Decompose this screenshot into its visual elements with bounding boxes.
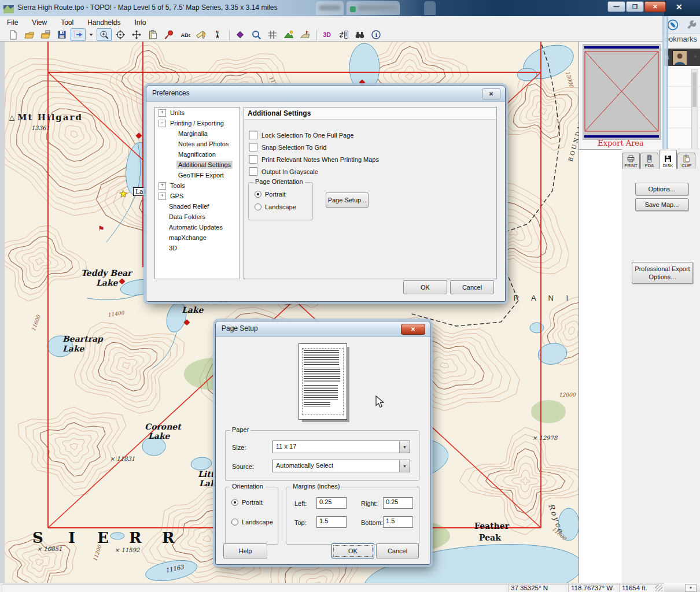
menu-tool[interactable]: Tool [54,17,80,28]
export-tab-clip[interactable]: CLIP [677,153,695,169]
tree-item-printing-exporting[interactable]: −Printing / Exporting [155,118,240,128]
tree-item-marginalia[interactable]: Marginalia [155,128,240,139]
close-button[interactable]: ✕ [644,1,666,12]
export-area-preview[interactable] [583,44,661,140]
checkbox-snap-selection-to-grid[interactable]: Snap Selection To Grid [249,143,326,151]
checkbox-lock-selection-to-one-full-page[interactable]: Lock Selection To One Full Page [249,131,353,139]
find-binoculars-button[interactable] [352,28,367,41]
tree-item-data-folders[interactable]: Data Folders [155,212,240,222]
tree-item-magnification[interactable]: Magnification [155,149,240,160]
north-arrow-button[interactable]: N [210,28,225,41]
wrench-icon[interactable] [686,19,697,31]
dropdown-arrow-icon[interactable]: ▼ [685,584,697,592]
combo-arrow-icon[interactable]: ▼ [399,441,410,453]
checkbox-icon[interactable] [249,167,257,176]
handheld-transfer-button[interactable] [336,28,351,41]
waypoint-flag[interactable]: ⚑ [98,224,105,233]
elevation-profile-button[interactable] [297,28,312,41]
help-button[interactable]: Help [223,543,267,558]
text-label-button[interactable]: ABc [178,28,193,41]
portrait-radio-icon[interactable] [231,499,238,506]
maximize-button[interactable]: ❐ [626,1,644,12]
page-setup-titlebar[interactable]: Page Setup ✕ [216,321,430,337]
professional-export-options-button[interactable]: Professional Export Options... [632,262,693,284]
recenter-target-button[interactable] [113,28,128,41]
selection-dropdown-button[interactable] [87,28,95,41]
tree-item-automatic-updates[interactable]: Automatic Updates [155,222,240,232]
page-setup-button[interactable]: Page Setup... [326,193,369,208]
page-setup-close-icon[interactable]: ✕ [401,324,425,335]
tree-expand-icon[interactable]: − [159,120,166,127]
zoom-in-button[interactable] [97,28,112,41]
portrait-radio-icon[interactable] [255,191,261,198]
paste-button[interactable] [145,28,160,41]
avatar[interactable] [672,50,687,65]
tree-item-additional-settings[interactable]: Additional Settings [155,160,240,170]
prefs-ok-button[interactable]: OK [403,280,447,294]
ps-cancel-button[interactable]: Cancel [376,543,419,558]
tree-item-units[interactable]: +Units [155,108,240,118]
scroll-up-icon[interactable]: ▲ [693,53,698,58]
open-file-button[interactable] [22,28,37,41]
waypoint-diamond[interactable]: ◆ [184,317,190,326]
browser-close-icon[interactable]: ✕ [676,2,683,12]
menu-handhelds[interactable]: Handhelds [80,17,127,28]
menu-file[interactable]: File [0,17,25,28]
grid-button[interactable] [265,28,280,41]
export-tab-disk[interactable]: DISK [659,150,677,169]
preferences-titlebar[interactable]: Preferences ✕ [146,86,505,102]
export-tab-pda[interactable]: PDA [640,153,658,169]
waypoint-diamond[interactable]: ◆ [119,276,125,285]
right-margin-input[interactable]: 0.25 [383,497,413,509]
paper-source-select[interactable]: Automatically Select ▼ [272,460,410,472]
checkbox-output-in-grayscale[interactable]: Output In Grayscale [249,167,318,176]
options-button[interactable]: Options... [635,183,688,195]
paper-size-select[interactable]: 11 x 17 ▼ [272,441,410,453]
magnifier-button[interactable] [249,28,264,41]
minimize-button[interactable]: — [607,1,625,12]
combo-arrow-icon[interactable]: ▼ [399,460,410,472]
portrait-radio[interactable]: Portrait [255,191,285,198]
preferences-close-icon[interactable]: ✕ [482,88,500,99]
ps-ok-button[interactable]: OK [331,543,374,558]
tree-item-gps[interactable]: +GPS [155,191,240,201]
titlebar[interactable]: Sierra High Route.tpo - TOPO! - Map Leve… [0,0,664,17]
landscape-radio[interactable]: Landscape [255,204,296,210]
top-margin-input[interactable]: 1.5 [316,516,347,528]
tree-expand-icon[interactable]: + [159,109,166,117]
info-button[interactable]: i [369,28,384,41]
tree-item-notes-and-photos[interactable]: Notes and Photos [155,139,240,149]
bottom-margin-input[interactable]: 1.5 [383,516,413,528]
phone-icon[interactable] [667,19,679,31]
landscape-radio-icon[interactable] [231,519,238,526]
landscape-radio-icon[interactable] [255,204,261,210]
tree-item-mapxchange[interactable]: mapXchange [155,232,240,243]
selection-tool-button[interactable] [71,28,86,41]
tree-item-geotiff-export[interactable]: GeoTIFF Export [155,170,240,180]
ps-portrait-radio[interactable]: Portrait [231,499,262,506]
menu-view[interactable]: View [25,17,54,28]
waypoint-star[interactable]: ★ [119,188,127,200]
waypoint-diamond-button[interactable] [233,28,248,41]
save-map-button[interactable]: Save Map... [635,198,688,211]
terrain-photo-button[interactable] [281,28,296,41]
tree-item-3d[interactable]: 3D [155,243,240,253]
left-margin-input[interactable]: 0.25 [316,497,347,509]
pushpin-button[interactable] [161,28,176,41]
checkbox-icon[interactable] [249,131,257,139]
3d-view-button[interactable]: 3D [320,28,335,41]
ps-landscape-radio[interactable]: Landscape [231,519,273,526]
checkbox-icon[interactable] [249,143,257,151]
resize-grip[interactable] [655,584,662,591]
tree-item-shaded-relief[interactable]: Shaded Relief [155,201,240,212]
save-button[interactable] [54,28,69,41]
menu-info[interactable]: Info [128,17,153,28]
checkbox-icon[interactable] [249,155,257,164]
tree-expand-icon[interactable]: + [159,193,166,200]
prefs-cancel-button[interactable]: Cancel [450,280,494,294]
waypoint-diamond[interactable]: ◆ [359,77,365,86]
measure-route-button[interactable] [194,28,209,41]
tree-expand-icon[interactable]: + [159,182,166,190]
import-map-button[interactable] [38,28,53,41]
export-tab-print[interactable]: PRINT [622,153,640,169]
